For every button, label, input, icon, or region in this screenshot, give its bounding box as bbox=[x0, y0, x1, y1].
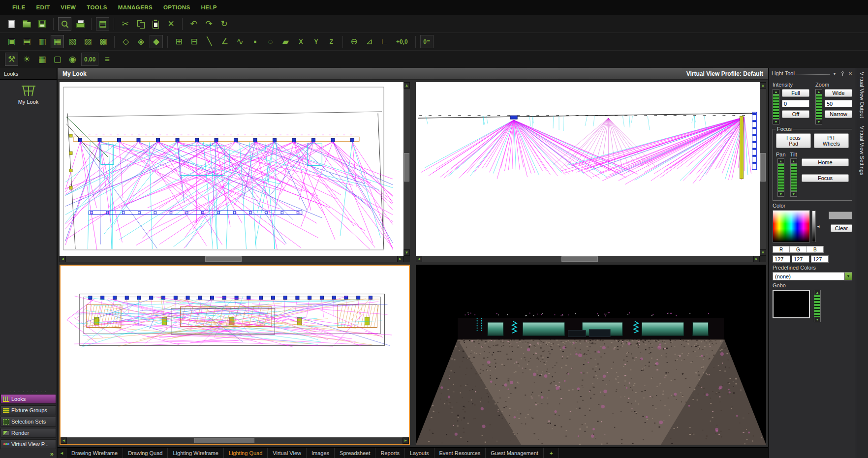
horizontal-scrollbar[interactable]: ◄ ► bbox=[61, 437, 409, 444]
red-input[interactable] bbox=[773, 255, 790, 263]
tab-spreadsheet[interactable]: Spreadsheet bbox=[335, 448, 375, 458]
copy-icon[interactable] bbox=[134, 17, 147, 31]
menu-tools[interactable]: TOOLS bbox=[81, 2, 112, 13]
open-file-icon[interactable] bbox=[20, 17, 33, 31]
tab-layouts[interactable]: Layouts bbox=[405, 448, 434, 458]
tab-drawing-quad[interactable]: Drawing Quad bbox=[123, 448, 168, 458]
print-preview-icon[interactable] bbox=[58, 17, 71, 31]
scroll-left-icon[interactable]: ◄ bbox=[61, 437, 67, 444]
view-iso-nw-icon[interactable]: ▧ bbox=[66, 35, 79, 48]
shade-wireframe-icon[interactable]: ◇ bbox=[119, 35, 132, 48]
scroll-left-icon[interactable]: ◄ bbox=[60, 256, 66, 262]
expand-chevron-icon[interactable]: » bbox=[0, 449, 57, 458]
intensity-off-button[interactable]: Off bbox=[782, 110, 809, 118]
counter-box-icon[interactable]: 0≡ bbox=[420, 35, 434, 48]
menu-edit[interactable]: EDIT bbox=[31, 2, 56, 13]
side-elevation-drawing[interactable] bbox=[416, 82, 760, 256]
camera-icon[interactable]: ◉ bbox=[66, 53, 79, 66]
view-side-icon[interactable]: ▥ bbox=[35, 35, 49, 48]
scroll-track[interactable] bbox=[760, 89, 766, 249]
plan-drawing[interactable] bbox=[61, 266, 409, 437]
zoom-narrow-button[interactable]: Narrow bbox=[825, 110, 852, 118]
view-top-icon[interactable]: ▣ bbox=[5, 35, 18, 48]
tilt-up-icon[interactable]: ▲ bbox=[790, 158, 797, 164]
intensity-input[interactable] bbox=[782, 100, 809, 107]
pt-wheels-button[interactable]: P/T Wheels bbox=[814, 133, 849, 148]
view-iso-sw-icon[interactable]: ▩ bbox=[96, 35, 110, 48]
menu-view[interactable]: VIEW bbox=[55, 2, 81, 13]
pan-up-icon[interactable]: ▲ bbox=[777, 158, 784, 164]
scroll-down-icon[interactable]: ▼ bbox=[760, 249, 766, 256]
scroll-down-icon[interactable]: ▼ bbox=[403, 249, 410, 256]
intensity-up-icon[interactable]: ▲ bbox=[773, 89, 779, 94]
horizontal-scrollbar[interactable]: ◄ ► bbox=[60, 256, 403, 262]
gobo-preview[interactable] bbox=[773, 290, 810, 318]
snap-grid-icon[interactable]: ⊞ bbox=[172, 35, 186, 48]
strip-tab-virtual-view-settings[interactable]: Virtual View Settings bbox=[859, 126, 865, 175]
view-front-icon[interactable]: ▤ bbox=[20, 35, 33, 48]
zoom-wide-button[interactable]: Wide bbox=[825, 89, 852, 97]
zoom-input[interactable] bbox=[825, 100, 852, 107]
scroll-thumb[interactable] bbox=[760, 153, 766, 182]
snap-ortho-icon[interactable]: ⊟ bbox=[187, 35, 201, 48]
horizontal-scrollbar[interactable]: ◄ ► bbox=[416, 256, 760, 262]
tab-images[interactable]: Images bbox=[307, 448, 335, 458]
line-tool-icon[interactable]: ╲ bbox=[203, 35, 216, 48]
level-icon[interactable]: ∟ bbox=[378, 35, 391, 48]
undo-icon[interactable]: ↶ bbox=[187, 17, 200, 31]
brightness-bar[interactable] bbox=[812, 211, 816, 242]
refresh-icon[interactable]: ↻ bbox=[217, 17, 231, 31]
front-elevation-drawing[interactable] bbox=[60, 82, 403, 256]
brightness-icon[interactable]: ☀ bbox=[20, 53, 33, 66]
paint-tool-icon[interactable]: ▰ bbox=[279, 35, 292, 48]
focus-button[interactable]: Focus bbox=[802, 174, 849, 182]
axis-z-icon[interactable]: Z bbox=[325, 35, 338, 48]
tab-scroll-left-icon[interactable]: ◄ bbox=[58, 448, 66, 458]
blue-input[interactable] bbox=[811, 255, 829, 263]
zoom-down-icon[interactable]: ▼ bbox=[815, 119, 822, 124]
point-tool-icon[interactable]: ▪ bbox=[248, 35, 262, 48]
tab-lighting-quad[interactable]: Lighting Quad bbox=[224, 448, 268, 458]
intensity-full-button[interactable]: Full bbox=[782, 89, 809, 97]
menu-file[interactable]: FILE bbox=[7, 2, 31, 13]
cut-icon[interactable]: ✂ bbox=[119, 17, 132, 31]
close-icon[interactable]: ✕ bbox=[847, 71, 853, 76]
scroll-thumb[interactable] bbox=[205, 256, 242, 262]
home-button[interactable]: Home bbox=[802, 158, 849, 166]
tab-add[interactable]: + bbox=[544, 448, 559, 458]
axis-y-icon[interactable]: Y bbox=[310, 35, 323, 48]
scroll-thumb[interactable] bbox=[561, 256, 598, 262]
vertical-scrollbar[interactable]: ▲ ▼ bbox=[403, 82, 410, 256]
render-view[interactable] bbox=[416, 265, 766, 445]
nav-render[interactable]: Render bbox=[0, 428, 56, 438]
focus-pad-button[interactable]: Focus Pad bbox=[776, 133, 811, 148]
viewport-3d-render[interactable] bbox=[416, 265, 766, 445]
delete-icon[interactable]: ✕ bbox=[164, 17, 178, 31]
scroll-track[interactable] bbox=[66, 256, 397, 262]
pan-meter[interactable] bbox=[777, 164, 784, 191]
tab-event-resources[interactable]: Event Resources bbox=[434, 448, 486, 458]
shade-hidden-line-icon[interactable]: ◈ bbox=[134, 35, 148, 48]
focus-tool-icon[interactable]: ⚒ bbox=[5, 53, 18, 66]
intensity-slider[interactable]: ▲ ▼ bbox=[773, 89, 779, 124]
nav-fixture-groups[interactable]: Fixture Groups bbox=[0, 405, 56, 415]
tab-drawing-wireframe[interactable]: Drawing Wireframe bbox=[66, 448, 123, 458]
tab-virtual-view[interactable]: Virtual View bbox=[268, 448, 307, 458]
origin-icon[interactable]: +0,0 bbox=[393, 35, 411, 48]
menu-managers[interactable]: MANAGERS bbox=[113, 2, 158, 13]
pin-icon[interactable] bbox=[839, 71, 845, 76]
menu-help[interactable]: HELP bbox=[196, 2, 222, 13]
scroll-track[interactable] bbox=[403, 89, 410, 249]
intensity-meter[interactable] bbox=[773, 94, 779, 119]
scroll-right-icon[interactable]: ► bbox=[397, 256, 403, 262]
scroll-up-icon[interactable]: ▲ bbox=[760, 82, 766, 89]
sliders-icon[interactable]: ≡ bbox=[100, 53, 114, 66]
predefined-colors-dropdown[interactable]: (none) ▼ bbox=[773, 272, 852, 280]
dropdown-arrow-icon[interactable]: ▼ bbox=[844, 273, 852, 280]
viewport-side-elevation[interactable]: ▲ ▼ ◄ ► bbox=[416, 82, 766, 262]
clear-color-button[interactable]: Clear bbox=[831, 224, 852, 232]
nav-virtual-view-profiles[interactable]: Virtual View P... bbox=[0, 439, 56, 449]
scroll-left-icon[interactable]: ◄ bbox=[416, 256, 422, 262]
shade-solid-icon[interactable]: ◆ bbox=[150, 35, 163, 48]
redo-icon[interactable]: ↷ bbox=[202, 17, 216, 31]
